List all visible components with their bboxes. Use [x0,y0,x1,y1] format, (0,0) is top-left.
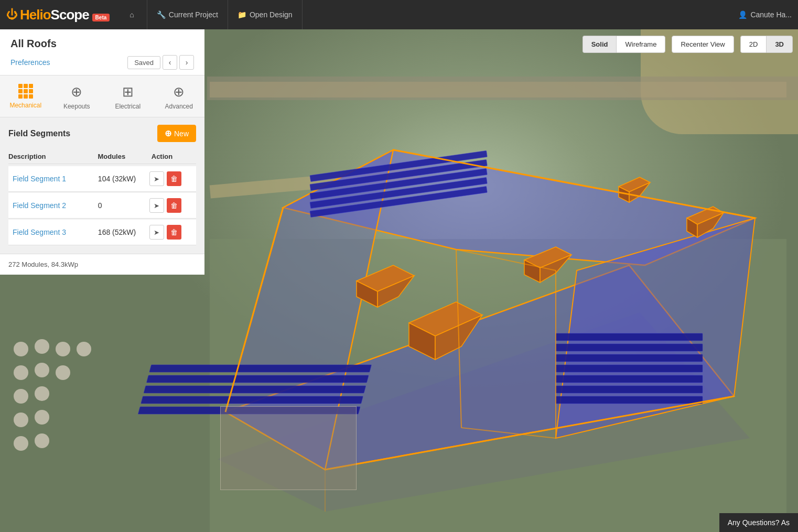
preferences-link[interactable]: Preferences [10,58,50,67]
svg-rect-29 [556,396,703,404]
nav-home[interactable]: ⌂ [120,0,147,29]
segment-row-2: Field Segment 2 0 ➤ 🗑 [8,193,196,219]
user-icon: 👤 [738,10,747,19]
wireframe-btn[interactable]: Wireframe [616,36,665,53]
col-description: Description [8,153,98,160]
segment-3-delete-btn[interactable]: 🗑 [167,225,181,240]
2d-btn[interactable]: 2D [740,36,767,53]
tab-electrical-label: Electrical [115,103,141,110]
tab-keepouts[interactable]: ⊕ Keepouts [51,80,103,117]
logo: ⏻ HelioScope Beta [6,7,110,23]
next-arrow[interactable]: › [179,55,194,70]
navbar: ⏻ HelioScope Beta ⌂ 🔧 Current Project 📁 … [0,0,798,29]
segment-row-1: Field Segment 1 104 (32kW) ➤ 🗑 [8,166,196,192]
segment-1-modules: 104 (32kW) [98,175,149,183]
segment-3-nav-btn[interactable]: ➤ [149,225,164,240]
svg-rect-30 [149,365,372,372]
tab-mechanical-label: Mechanical [9,102,41,109]
segment-2-nav-btn[interactable]: ➤ [149,198,164,213]
chat-bubble[interactable]: Any Questions? As [719,513,798,532]
top-road [207,77,798,100]
segment-1-nav-btn[interactable]: ➤ [149,171,164,186]
saved-nav: Saved ‹ › [127,55,194,70]
tab-advanced-label: Advanced [165,103,193,110]
left-panel: All Roofs Preferences Saved ‹ › Mechanic… [0,29,204,275]
col-modules: Modules [98,153,151,160]
svg-rect-27 [556,375,703,383]
beta-badge: Beta [92,14,110,21]
wrench-icon: 🔧 [157,10,166,19]
bottom-structure [220,406,357,490]
svg-rect-25 [556,354,703,362]
home-icon: ⌂ [130,10,134,19]
nav-open-design[interactable]: 📁 Open Design [228,0,303,29]
electrical-icon: ⊞ [122,84,134,100]
segment-row-3: Field Segment 3 168 (52kW) ➤ 🗑 [8,220,196,245]
svg-rect-26 [556,365,703,372]
panel-header: All Roofs Preferences Saved ‹ › [0,29,204,75]
segment-1-delete-btn[interactable]: 🗑 [167,171,181,186]
segments-header: Field Segments ⊕ New [8,125,196,142]
tab-advanced[interactable]: ⊕ Advanced [154,80,205,117]
dimension-group: 2D 3D [740,36,793,53]
svg-rect-33 [141,396,363,404]
plus-icon: ⊕ [165,128,171,138]
svg-rect-32 [144,386,366,393]
col-action: Action [152,153,196,160]
panel-title: All Roofs [10,38,194,50]
nav-current-project[interactable]: 🔧 Current Project [147,0,228,29]
logo-text: HelioScope [20,7,89,23]
saved-button[interactable]: Saved [127,56,160,69]
svg-rect-24 [556,344,703,351]
segment-2-actions: ➤ 🗑 [149,198,192,213]
tab-bar: Mechanical ⊕ Keepouts ⊞ Electrical ⊕ Adv… [0,75,204,117]
segment-1-actions: ➤ 🗑 [149,171,192,186]
grid-icon [18,84,33,99]
segment-3-modules: 168 (52kW) [98,228,149,236]
nav-items: ⌂ 🔧 Current Project 📁 Open Design [120,0,302,29]
segment-2-modules: 0 [98,201,149,210]
segments-title: Field Segments [8,129,70,138]
logo-power-icon: ⏻ [6,8,18,21]
segment-1-name[interactable]: Field Segment 1 [13,175,98,183]
view-mode-group: Solid Wireframe [583,36,666,53]
target-icon: ⊕ [71,84,82,100]
tab-keepouts-label: Keepouts [63,103,90,110]
svg-rect-31 [146,375,369,383]
table-header: Description Modules Action [8,149,196,164]
solid-btn[interactable]: Solid [583,36,617,53]
segment-2-name[interactable]: Field Segment 2 [13,201,98,210]
svg-rect-28 [556,386,703,393]
segment-3-actions: ➤ 🗑 [149,225,192,240]
user-menu[interactable]: 👤 Canute Ha... [738,10,792,19]
folder-icon: 📁 [238,10,246,19]
map-controls: Solid Wireframe Recenter View 2D 3D [583,36,793,53]
summary-bar: 272 Modules, 84.3kWp [0,254,204,275]
panel-controls: Preferences Saved ‹ › [10,55,194,70]
main-area: Solid Wireframe Recenter View 2D 3D All … [0,29,798,532]
summary-text: 272 Modules, 84.3kWp [8,260,78,268]
segment-3-name[interactable]: Field Segment 3 [13,228,98,236]
recenter-btn[interactable]: Recenter View [672,36,734,53]
advanced-icon: ⊕ [173,84,185,100]
tab-mechanical[interactable]: Mechanical [0,80,51,117]
new-button[interactable]: ⊕ New [157,125,196,142]
segment-2-delete-btn[interactable]: 🗑 [167,198,181,213]
tab-electrical[interactable]: ⊞ Electrical [102,80,154,117]
3d-btn[interactable]: 3D [766,36,793,53]
svg-rect-23 [556,333,703,341]
prev-arrow[interactable]: ‹ [163,55,177,70]
segments-section: Field Segments ⊕ New Description Modules… [0,117,204,254]
